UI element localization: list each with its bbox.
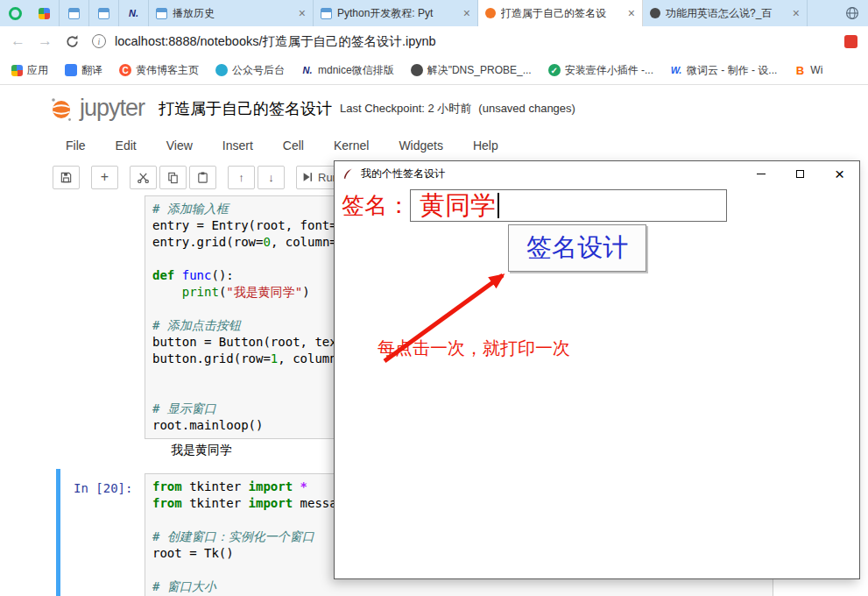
close-icon[interactable] — [299, 7, 306, 19]
jupyter-favicon-icon — [485, 8, 496, 18]
jupyter-logo-icon[interactable] — [48, 96, 74, 122]
menu-widgets[interactable]: Widgets — [399, 138, 443, 153]
tab-title: 打造属于自己的签名设 — [501, 6, 623, 21]
cell-output-text: 我是黄同学 — [171, 443, 232, 458]
globe-icon — [845, 6, 859, 20]
tab-python-tutorial[interactable]: Python开发教程: Pyt — [314, 0, 478, 26]
maximize-icon — [796, 170, 804, 178]
bookmark-label: mdnice微信排版 — [318, 63, 394, 78]
forward-button[interactable] — [38, 32, 53, 50]
cell-prompt: In [20]: — [74, 481, 132, 495]
bookmark-label: 黄伟博客主页 — [136, 63, 199, 78]
bookmark-weiciyun[interactable]: W. 微词云 - 制作 - 设... — [670, 63, 777, 78]
tk-window-controls — [741, 161, 859, 187]
menu-insert[interactable]: Insert — [222, 138, 253, 153]
minimize-icon — [757, 174, 766, 174]
bookmark-mdnice[interactable]: N. mdnice微信排版 — [301, 63, 394, 78]
paste-cell-button[interactable] — [189, 166, 216, 189]
tab-title: Python开发教程: Pyt — [337, 6, 458, 21]
add-cell-button[interactable] — [91, 166, 118, 189]
text-caret — [498, 193, 499, 218]
url-text[interactable]: localhost:8888/notebooks/打造属于自己的签名设计.ipy… — [115, 33, 436, 50]
close-button[interactable] — [820, 161, 859, 187]
tab-english-question[interactable]: 功能用英语怎么说?_百 — [643, 0, 808, 26]
check-icon — [548, 64, 561, 76]
entry-value: 黄同学 — [420, 188, 496, 224]
feather-icon — [342, 167, 355, 181]
signature-label: 签名： — [342, 190, 410, 221]
menu-edit[interactable]: Edit — [116, 138, 137, 153]
tk-window[interactable]: 我的个性签名设计 签名： 黄同学 签名设计 每点击一次，就打印一次 — [334, 160, 860, 579]
browser-chrome: N. 播放历史 Python开发教程: Pyt 打造属于自己的签名设 功能用英语… — [0, 0, 868, 85]
tk-title-bar[interactable]: 我的个性签名设计 — [335, 161, 859, 187]
hot-icon[interactable] — [844, 35, 857, 48]
menu-view[interactable]: View — [166, 138, 193, 153]
minimize-button[interactable] — [741, 161, 780, 187]
bookmark-label: 应用 — [27, 63, 48, 78]
menu-help[interactable]: Help — [473, 138, 498, 153]
mdnice-icon: N. — [129, 8, 138, 18]
menu-kernel[interactable]: Kernel — [334, 138, 369, 153]
notebook-menubar: File Edit View Insert Cell Kernel Widget… — [0, 131, 868, 160]
signature-design-button[interactable]: 签名设计 — [508, 224, 646, 272]
notebook-title[interactable]: 打造属于自己的签名设计 — [159, 98, 332, 119]
bookmark-dns-fix[interactable]: 解决"DNS_PROBE_... — [411, 63, 532, 78]
site-favicon-icon — [650, 8, 660, 18]
scissors-icon — [137, 171, 150, 184]
page-info-icon[interactable]: i — [92, 34, 106, 48]
back-button[interactable] — [11, 32, 25, 50]
b-site-icon: B — [794, 64, 806, 76]
calendar-icon — [98, 8, 109, 19]
bookmark-translate[interactable]: 翻译 — [65, 63, 102, 78]
close-icon[interactable] — [793, 7, 800, 19]
bookmark-label: 解决"DNS_PROBE_... — [427, 63, 532, 78]
jupyter-logo-text[interactable]: jupyter — [80, 95, 145, 122]
browser-logo-icon[interactable] — [0, 0, 30, 26]
maximize-button[interactable] — [780, 161, 820, 187]
save-button[interactable] — [53, 166, 80, 189]
menu-file[interactable]: File — [66, 138, 86, 153]
bookmark-csdn-blog[interactable]: C 黄伟博客主页 — [119, 63, 199, 78]
globe-button[interactable] — [836, 0, 868, 26]
pinned-tab-mdnice[interactable]: N. — [119, 0, 149, 26]
pinned-tab-calendar-2[interactable] — [89, 0, 119, 26]
copy-cell-button[interactable] — [159, 166, 187, 189]
bug-icon — [411, 64, 423, 76]
tab-playback-history[interactable]: 播放历史 — [149, 0, 314, 26]
close-icon[interactable] — [463, 7, 470, 19]
unsaved-changes-text: (unsaved changes) — [478, 102, 575, 115]
bookmark-label: 翻译 — [81, 63, 102, 78]
tab-title: 功能用英语怎么说?_百 — [666, 6, 787, 21]
move-cell-down-button[interactable] — [258, 166, 285, 189]
close-icon[interactable] — [628, 7, 635, 19]
tk-window-title: 我的个性签名设计 — [361, 167, 445, 181]
menu-cell[interactable]: Cell — [283, 138, 304, 153]
bookmark-mp-admin[interactable]: 公众号后台 — [215, 63, 285, 78]
pinned-tab-apps[interactable] — [30, 0, 60, 26]
paste-icon — [196, 171, 209, 184]
tab-title: 播放历史 — [173, 6, 293, 21]
refresh-button[interactable] — [65, 34, 80, 49]
copy-icon — [166, 171, 180, 184]
bookmark-label: 微词云 - 制作 - 设... — [687, 63, 777, 78]
pinned-tab-calendar-1[interactable] — [60, 0, 89, 26]
tab-bar: N. 播放历史 Python开发教程: Pyt 打造属于自己的签名设 功能用英语… — [0, 0, 868, 26]
bookmark-apps[interactable]: 应用 — [11, 63, 48, 78]
calendar-icon — [321, 8, 332, 19]
browser-logo-ring-icon — [9, 7, 22, 20]
bookmark-truncated[interactable]: B Wi — [794, 64, 822, 76]
apps-grid-icon — [11, 65, 23, 76]
move-cell-up-button[interactable] — [228, 166, 255, 189]
tab-signature-notebook[interactable]: 打造属于自己的签名设 — [478, 0, 643, 26]
address-bar: i localhost:8888/notebooks/打造属于自己的签名设计.i… — [0, 26, 868, 56]
omnibox[interactable]: i localhost:8888/notebooks/打造属于自己的签名设计.i… — [92, 30, 832, 53]
apps-grid-icon — [39, 8, 50, 19]
calendar-icon — [156, 8, 167, 19]
tk-window-body: 签名： 黄同学 签名设计 每点击一次，就打印一次 — [335, 187, 859, 578]
signature-entry[interactable]: 黄同学 — [410, 189, 727, 222]
notebook-header: jupyter 打造属于自己的签名设计 Last Checkpoint: 2 小… — [0, 85, 868, 131]
weiciyun-icon: W. — [670, 64, 682, 76]
csdn-icon: C — [119, 64, 131, 76]
cut-cell-button[interactable] — [130, 166, 157, 189]
bookmark-yiban-plugin[interactable]: 安装壹伴小插件 -... — [548, 63, 653, 78]
